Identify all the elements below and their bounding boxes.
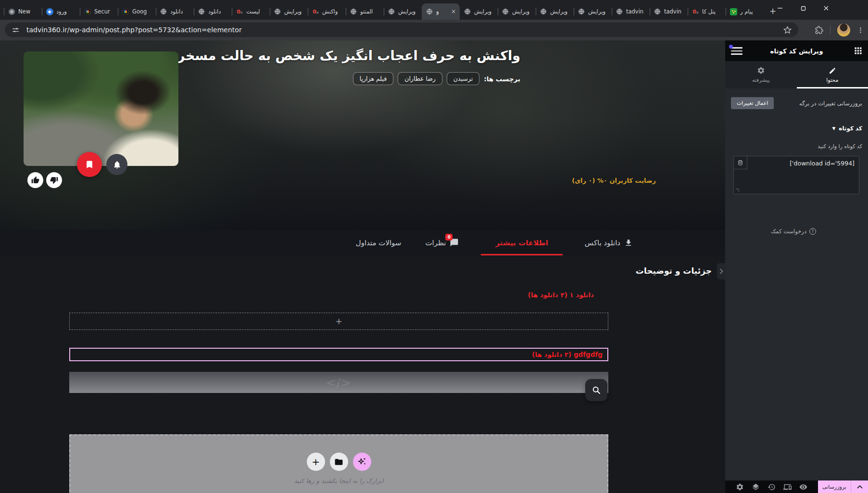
browser-tab[interactable]: ویرایش xyxy=(498,3,536,20)
profile-avatar[interactable] xyxy=(837,24,850,37)
tab-favicon xyxy=(274,8,281,15)
folder-icon xyxy=(334,457,343,467)
thumbs-down-button[interactable] xyxy=(46,172,62,188)
shortcode-field-label: کد کوتاه را وارد کنید xyxy=(818,143,862,150)
panel-tabs: محتوا پیشرفته xyxy=(725,61,868,88)
comments-icon: 0 xyxy=(450,238,459,247)
browser-tab[interactable]: ویرایش xyxy=(384,3,422,20)
panel-footer: بروزرسانی xyxy=(725,480,868,493)
empty-download-placeholder[interactable]: + xyxy=(69,313,608,330)
browser-tab[interactable]: دانلود xyxy=(194,3,232,20)
navigator-layers-icon[interactable] xyxy=(752,483,760,491)
preview-eye-icon[interactable] xyxy=(799,483,807,491)
maximize-button[interactable] xyxy=(795,1,811,15)
search-button[interactable] xyxy=(585,379,607,401)
dynamic-tags-icon[interactable] xyxy=(734,156,747,169)
browser-tab[interactable]: ویرایش xyxy=(536,3,574,20)
tag-chip[interactable]: ترسیدن xyxy=(447,72,479,85)
tab-advanced-settings[interactable]: پیشرفته xyxy=(725,61,797,88)
browser-tab[interactable]: ◆ورود xyxy=(42,3,80,20)
pencil-icon xyxy=(829,67,836,75)
tags-row: برچسب ها: ترسیدن رضا عطاران فیلم هزارپا xyxy=(353,72,520,85)
browser-tab[interactable]: 0≡واکنش xyxy=(308,3,346,20)
tag-chip[interactable]: فیلم هزارپا xyxy=(353,72,393,85)
tab-download-box[interactable]: دانلود باکس xyxy=(583,230,635,255)
browser-tab-active[interactable]: و× xyxy=(422,3,460,20)
shortcode-textarea[interactable]: [download id='5994'] xyxy=(733,156,859,194)
close-window-button[interactable] xyxy=(818,1,834,15)
tags-label: برچسب ها: xyxy=(484,75,520,83)
download-group-2-label: gdfgdfg (۲ دانلود ها) xyxy=(532,351,603,358)
tab-favicon xyxy=(388,8,395,15)
browser-tab[interactable]: پیام ر xyxy=(726,3,764,20)
tab-more-info[interactable]: اطلاعات بیشتر xyxy=(481,230,562,255)
browser-tab[interactable]: ویرایش xyxy=(574,3,612,20)
browser-tab[interactable]: Goog xyxy=(118,3,156,20)
extensions-icon[interactable] xyxy=(815,26,823,34)
help-request-link[interactable]: ? درخواست کمک xyxy=(771,228,816,235)
site-settings-icon[interactable] xyxy=(12,26,20,34)
browser-tab[interactable]: ویرایش xyxy=(270,3,308,20)
browser-tab[interactable]: Secur xyxy=(80,3,118,20)
tab-faq[interactable]: سوالات متداول xyxy=(354,230,403,255)
notification-bell-button[interactable] xyxy=(106,154,127,175)
footer-expand-button[interactable] xyxy=(851,480,868,493)
browser-tab[interactable]: 0≡لیست xyxy=(232,3,270,20)
history-icon[interactable] xyxy=(767,483,776,491)
address-bar[interactable]: tadvin360.ir/wp-admin/post.php?post=5732… xyxy=(5,23,798,37)
widgets-grid-icon[interactable] xyxy=(854,47,862,55)
template-library-button[interactable] xyxy=(330,453,348,471)
responsive-mode-icon[interactable] xyxy=(783,483,792,491)
footer-icons xyxy=(725,480,818,493)
browser-tab[interactable]: ویرایش xyxy=(460,3,498,20)
post-title: واکنش به حرف اعجاب انگیز یک شخص به حالت … xyxy=(170,48,520,63)
selected-widget-download-group-2[interactable]: gdfgdfg (۲ دانلود ها) xyxy=(69,348,608,361)
browser-tab[interactable]: tadvin xyxy=(650,3,688,20)
ai-generate-button[interactable] xyxy=(353,453,371,471)
tag-chip[interactable]: رضا عطاران xyxy=(398,72,442,85)
tab-favicon: 0≡ xyxy=(236,8,243,15)
browser-menu-icon[interactable] xyxy=(857,26,864,34)
apply-changes-button[interactable]: اعمال تغییرات xyxy=(731,97,774,109)
bookmark-button[interactable] xyxy=(77,152,102,177)
user-rating-text: رضایت کاربران ۰% (۰ رای) xyxy=(572,177,656,184)
browser-tab[interactable]: 0≡پنل کا xyxy=(688,3,726,20)
update-note: بروزرسانی تغییرات در برگه xyxy=(799,100,862,107)
toolbar-divider xyxy=(830,25,830,34)
tab-favicon xyxy=(160,8,167,15)
download-icon xyxy=(624,239,633,247)
url-text[interactable]: tadvin360.ir/wp-admin/post.php?post=5732… xyxy=(26,26,783,34)
browser-tab[interactable]: دانلود xyxy=(156,3,194,20)
resize-handle[interactable] xyxy=(735,188,740,192)
minimize-button[interactable] xyxy=(772,1,788,15)
tab-close-icon[interactable]: × xyxy=(451,9,456,14)
thumbs-up-button[interactable] xyxy=(27,172,43,188)
plus-icon: + xyxy=(335,316,342,326)
tab-comments[interactable]: 0 نظرات xyxy=(423,230,461,255)
tab-favicon xyxy=(198,8,205,15)
post-tab-navigation: دانلود باکس اطلاعات بیشتر 0 نظرات سوالات… xyxy=(0,230,725,255)
browser-tab[interactable]: New xyxy=(4,3,42,20)
bookmark-icon xyxy=(85,160,94,169)
hero-section[interactable]: واکنش به حرف اعجاب انگیز یک شخص به حالت … xyxy=(0,40,725,230)
shortcode-section-header[interactable]: کد کوتاه ▼ xyxy=(832,125,862,132)
gear-icon xyxy=(757,66,765,75)
update-button[interactable]: بروزرسانی xyxy=(818,480,851,493)
hamburger-menu-icon[interactable] xyxy=(731,47,742,55)
notification-dot xyxy=(729,45,733,49)
search-icon xyxy=(591,385,601,395)
widget-drop-area[interactable]: + ابزارک را به اینجا بکشید و رها کنید xyxy=(69,434,608,493)
panel-collapse-handle[interactable] xyxy=(717,263,725,279)
panel-title: ویرایش کد کوتاه xyxy=(725,47,868,55)
shortcode-value[interactable]: [download id='5994'] xyxy=(750,160,855,167)
tab-content-settings[interactable]: محتوا xyxy=(797,61,868,88)
add-widget-button[interactable]: + xyxy=(307,453,325,471)
browser-tab[interactable]: tadvin xyxy=(612,3,650,20)
comments-count-badge: 0 xyxy=(445,234,453,240)
settings-gear-icon[interactable] xyxy=(736,483,744,491)
shortcode-widget-placeholder[interactable]: </> xyxy=(69,372,608,393)
browser-tab[interactable]: المنتو xyxy=(346,3,384,20)
sparkles-icon xyxy=(357,457,367,467)
bookmark-star-icon[interactable] xyxy=(783,26,792,34)
tab-favicon xyxy=(578,8,585,15)
